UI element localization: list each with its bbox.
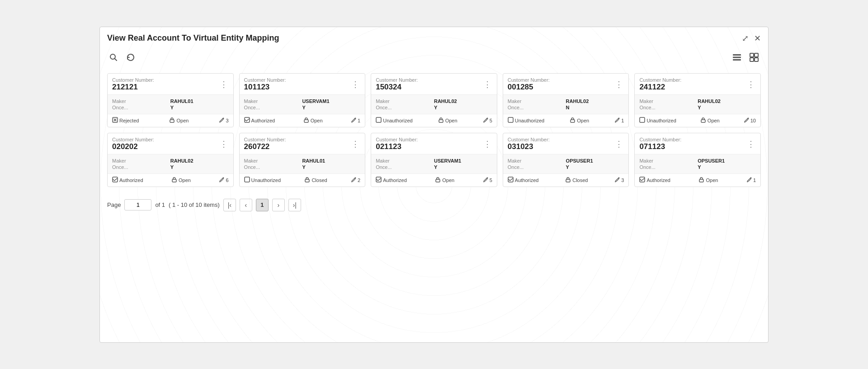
card-body: Maker RAHUL01 Once... Y [108, 95, 233, 114]
auth-status: Rejected [112, 117, 139, 124]
edit-icon [614, 117, 620, 124]
grid-view-button[interactable] [747, 51, 761, 66]
card-body: Maker RAHUL02 Once... Y [635, 95, 760, 114]
card-header: Customer Number: 020202 ⋮ [108, 133, 233, 154]
lock-icon [435, 177, 441, 184]
once-value: Y [434, 164, 492, 170]
auth-status: Unauthorized [639, 117, 676, 124]
card-footer: Authorized Open 6 [108, 173, 233, 187]
card-header: Customer Number: 241122 ⋮ [635, 74, 760, 95]
card-menu-button[interactable]: ⋮ [350, 140, 360, 148]
auth-status: Authorized [376, 177, 407, 184]
card-header: Customer Number: 001285 ⋮ [503, 74, 629, 95]
card-menu-button[interactable]: ⋮ [350, 80, 360, 89]
svg-rect-22 [172, 179, 176, 182]
cards-grid: Customer Number: 212121 ⋮ Maker RAHUL01 … [100, 70, 768, 191]
card-header-left: Customer Number: 001285 [508, 77, 550, 92]
lock-status: Open [435, 177, 454, 184]
first-page-button[interactable]: |‹ [223, 199, 236, 211]
once-label: Once... [244, 105, 302, 110]
card-menu-button[interactable]: ⋮ [482, 80, 492, 89]
customer-number-value: 150324 [376, 83, 418, 92]
lock-status: Open [303, 117, 323, 124]
card-menu-button[interactable]: ⋮ [746, 140, 756, 148]
svg-rect-26 [436, 179, 440, 182]
lock-status: Open [698, 177, 718, 184]
edit-count: 10 [744, 117, 756, 124]
toolbar [100, 48, 768, 70]
card-body: Maker OPSUSER1 Once... Y [635, 154, 760, 173]
maker-label: Maker [112, 98, 170, 104]
close-icon[interactable]: ✕ [754, 33, 761, 43]
customer-number-label: Customer Number: [112, 137, 154, 142]
title-bar-controls: ⤢ ✕ [742, 33, 761, 43]
svg-rect-15 [376, 117, 381, 122]
svg-rect-6 [755, 53, 758, 57]
toolbar-right [730, 51, 761, 66]
maker-label: Maker [508, 98, 566, 104]
auth-status-label: Authorized [251, 118, 275, 123]
auth-status: Authorized [112, 177, 143, 184]
refresh-button[interactable] [124, 52, 137, 65]
page-input[interactable] [124, 199, 151, 210]
lock-status: Open [438, 117, 458, 124]
window-title: View Real Account To Virtual Entity Mapp… [107, 33, 279, 43]
maker-value: USERVAM1 [434, 158, 492, 163]
customer-number-value: 260722 [244, 142, 286, 151]
list-view-button[interactable] [730, 51, 744, 66]
maker-value: USERVAM1 [302, 98, 360, 104]
customer-number-value: 020202 [112, 142, 154, 151]
prev-page-button[interactable]: ‹ [240, 199, 252, 211]
card-footer: Authorized Open 1 [240, 114, 365, 127]
count-value: 5 [490, 118, 492, 123]
auth-status-label: Authorized [383, 177, 407, 183]
card-8: Customer Number: 021123 ⋮ Maker USERVAM1… [371, 133, 497, 187]
next-page-button[interactable]: › [272, 199, 285, 211]
lock-status: Open [169, 117, 189, 124]
maker-label: Maker [244, 98, 302, 104]
card-menu-button[interactable]: ⋮ [746, 80, 756, 89]
maker-value: OPSUSER1 [698, 158, 756, 163]
maker-value: RAHUL01 [302, 158, 360, 163]
auth-status-label: Authorized [119, 177, 143, 183]
auth-status: Unauthorized [376, 117, 412, 124]
card-menu-button[interactable]: ⋮ [219, 80, 229, 89]
card-body: Maker OPSUSER1 Once... Y [503, 154, 629, 173]
maximize-icon[interactable]: ⤢ [742, 33, 749, 43]
card-menu-button[interactable]: ⋮ [614, 80, 624, 89]
customer-number-label: Customer Number: [508, 137, 550, 142]
customer-number-label: Customer Number: [112, 77, 154, 83]
auth-icon [244, 117, 250, 124]
card-footer: Unauthorized Open 5 [371, 114, 497, 127]
card-menu-button[interactable]: ⋮ [482, 140, 492, 148]
card-6: Customer Number: 020202 ⋮ Maker RAHUL02 … [107, 133, 234, 187]
lock-icon [700, 117, 706, 124]
auth-icon [508, 117, 514, 124]
customer-number-value: 101123 [244, 83, 286, 92]
last-page-button[interactable]: ›| [288, 199, 301, 211]
card-menu-button[interactable]: ⋮ [614, 140, 624, 148]
edit-icon [614, 177, 620, 184]
page-1-button[interactable]: 1 [256, 199, 269, 211]
customer-number-label: Customer Number: [244, 77, 286, 83]
lock-icon [169, 117, 175, 124]
lock-icon [438, 117, 444, 124]
once-value: Y [170, 105, 229, 110]
search-button[interactable] [107, 52, 120, 65]
svg-rect-5 [750, 53, 754, 57]
lock-status-label: Closed [572, 177, 588, 183]
customer-number-label: Customer Number: [376, 137, 418, 142]
count-value: 3 [621, 177, 624, 183]
auth-status-label: Unauthorized [251, 177, 281, 183]
pagination: Page of 1 ( 1 - 10 of 10 items) |‹ ‹ 1 ›… [100, 191, 768, 220]
card-header: Customer Number: 031023 ⋮ [503, 133, 629, 154]
lock-status-label: Open [577, 118, 589, 123]
edit-count: 5 [483, 177, 492, 184]
svg-rect-12 [170, 120, 174, 122]
card-header-left: Customer Number: 260722 [244, 137, 286, 151]
once-label: Once... [112, 105, 170, 110]
card-menu-button[interactable]: ⋮ [219, 140, 229, 148]
edit-count: 2 [351, 177, 360, 184]
lock-status-label: Open [445, 118, 458, 123]
customer-number-value: 031023 [508, 142, 550, 151]
